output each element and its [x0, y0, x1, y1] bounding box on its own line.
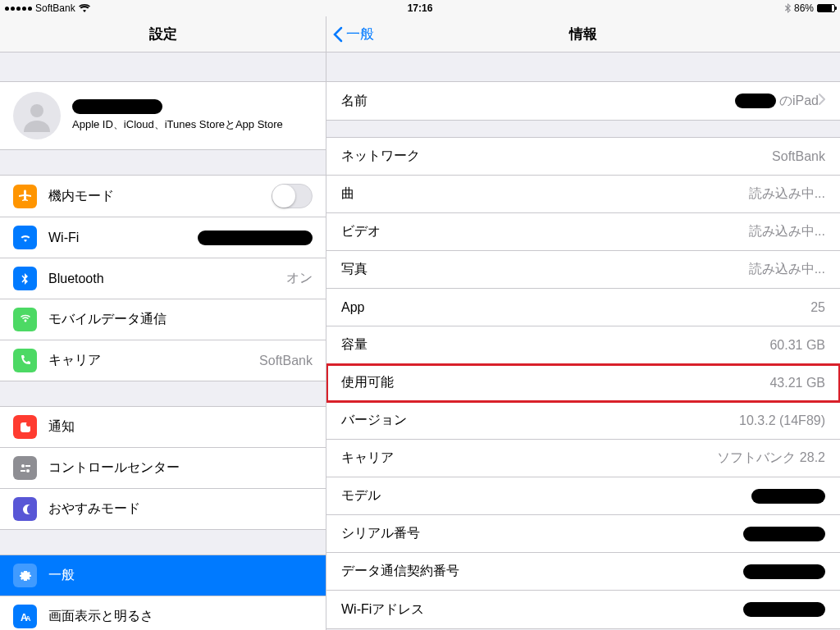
svg-point-3	[21, 464, 25, 468]
sidebar-item-wifi[interactable]: Wi-Fi	[0, 217, 326, 258]
row-available: 使用可能 43.21 GB	[326, 364, 840, 402]
general-label: 一般	[48, 567, 75, 584]
row-songs: 曲 読み込み中...	[326, 176, 840, 213]
dnd-label: おやすみモード	[48, 500, 140, 518]
bluetooth-label: Bluetooth	[48, 272, 104, 286]
battery-pct: 86%	[794, 2, 814, 14]
wifi-addr-value-redacted	[743, 602, 825, 617]
back-label: 一般	[346, 25, 374, 43]
sidebar-item-control-center[interactable]: コントロールセンター	[0, 448, 326, 489]
row-name[interactable]: 名前 のiPad	[326, 82, 840, 120]
notifications-label: 通知	[48, 418, 75, 436]
wifi-value-redacted	[198, 231, 313, 245]
row-wifi-addr: Wi-Fiアドレス	[326, 591, 840, 628]
svg-point-0	[30, 104, 43, 117]
sidebar-item-cellular[interactable]: モバイルデータ通信	[0, 299, 326, 340]
airplane-toggle[interactable]	[272, 184, 313, 208]
name-value-suffix: のiPad	[779, 93, 819, 110]
avatar-icon	[13, 92, 61, 139]
airplane-label: 機内モード	[48, 188, 114, 205]
row-capacity: 容量 60.31 GB	[326, 326, 840, 364]
chevron-right-icon	[819, 94, 825, 108]
battery-icon	[817, 4, 835, 12]
data-contract-value-redacted	[743, 564, 825, 579]
model-value-redacted	[751, 489, 825, 504]
sidebar-item-airplane[interactable]: 機内モード	[0, 176, 326, 217]
control-center-label: コントロールセンター	[48, 459, 180, 477]
chevron-left-icon	[333, 26, 343, 43]
name-label: 名前	[341, 93, 368, 110]
back-button[interactable]: 一般	[333, 25, 374, 43]
account-name-redacted	[72, 99, 162, 114]
sidebar-item-carrier[interactable]: キャリア SoftBank	[0, 340, 326, 381]
cellular-label: モバイルデータ通信	[48, 311, 167, 328]
status-time: 17:16	[408, 2, 433, 14]
sidebar-item-dnd[interactable]: おやすみモード	[0, 489, 326, 529]
wifi-icon	[79, 4, 90, 12]
svg-rect-4	[25, 465, 30, 467]
bluetooth-value: オン	[286, 270, 313, 287]
svg-point-2	[26, 422, 31, 427]
detail-title: 情報	[569, 25, 597, 43]
notifications-icon	[13, 415, 37, 439]
display-icon: AA	[13, 605, 37, 628]
status-bar: SoftBank 17:16 86%	[0, 0, 840, 16]
sidebar-item-bluetooth[interactable]: Bluetooth オン	[0, 258, 326, 299]
sidebar-item-notifications[interactable]: 通知	[0, 407, 326, 448]
row-version: バージョン 10.3.2 (14F89)	[326, 402, 840, 440]
sidebar-item-general[interactable]: 一般	[0, 555, 326, 596]
svg-point-5	[26, 469, 30, 472]
svg-rect-6	[21, 470, 25, 472]
control-center-icon	[13, 456, 37, 480]
display-label: 画面表示と明るさ	[48, 608, 153, 625]
svg-text:A: A	[25, 614, 31, 623]
detail-header: 一般 情報	[326, 16, 840, 52]
wifi-icon	[13, 226, 37, 249]
cellular-icon	[13, 308, 37, 331]
account-sub: Apple ID、iCloud、iTunes StoreとApp Store	[72, 117, 283, 132]
row-carrier: キャリア ソフトバンク 28.2	[326, 440, 840, 477]
airplane-icon	[13, 185, 37, 208]
carrier-label: SoftBank	[35, 2, 75, 14]
bluetooth-icon	[13, 267, 37, 290]
row-apps: App 25	[326, 289, 840, 326]
carrier-label: キャリア	[48, 352, 101, 369]
gear-icon	[13, 564, 37, 587]
row-model: モデル	[326, 477, 840, 515]
bluetooth-icon	[785, 3, 791, 13]
sidebar-header: 設定	[0, 16, 326, 52]
phone-icon	[13, 349, 37, 372]
serial-value-redacted	[743, 527, 825, 541]
row-serial: シリアル番号	[326, 515, 840, 553]
sidebar-item-display[interactable]: AA 画面表示と明るさ	[0, 596, 326, 630]
detail-pane: 一般 情報 名前 のiPad ネットワーク SoftBank	[326, 16, 840, 630]
settings-sidebar: 設定 Apple ID、iCloud、iTunes StoreとApp Stor…	[0, 16, 326, 630]
row-data-contract: データ通信契約番号	[326, 553, 840, 591]
row-network: ネットワーク SoftBank	[326, 138, 840, 176]
row-videos: ビデオ 読み込み中...	[326, 213, 840, 251]
sidebar-title: 設定	[149, 25, 177, 43]
account-row[interactable]: Apple ID、iCloud、iTunes StoreとApp Store	[0, 81, 326, 150]
signal-dots-icon	[5, 7, 32, 11]
name-value-redacted	[735, 94, 776, 108]
row-photos: 写真 読み込み中...	[326, 251, 840, 289]
wifi-label: Wi-Fi	[48, 231, 79, 245]
moon-icon	[13, 497, 37, 521]
carrier-value: SoftBank	[259, 354, 313, 368]
